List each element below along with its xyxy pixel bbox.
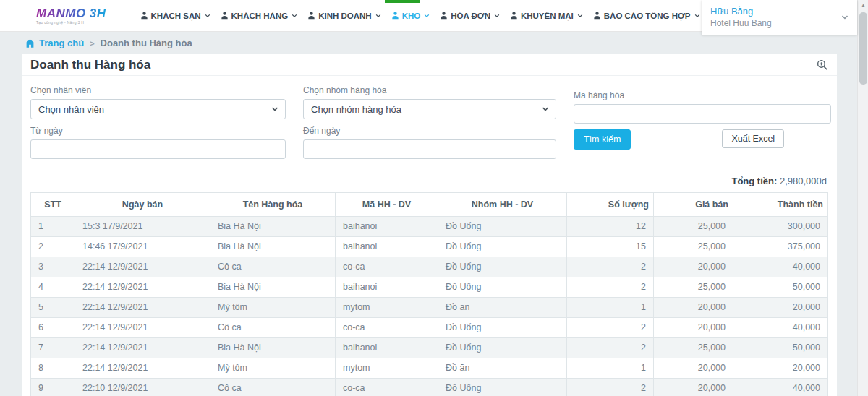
cell-thanh-tien: 20,000 (733, 298, 828, 318)
employee-select-label: Chọn nhân viên (30, 85, 286, 95)
chevron-down-icon (694, 13, 700, 19)
product-code-input[interactable] (574, 104, 831, 124)
cell-ngay-ban: 22:14 12/9/2021 (75, 298, 210, 318)
cell-so-luong: 1 (567, 298, 654, 318)
filter-form: Chọn nhân viên Chọn nhân viên Từ ngày Ch… (22, 76, 837, 166)
header-thanh-tien: Thành tiền (733, 193, 828, 217)
cell-nhom-hh-dv: Đồ Uống (438, 379, 567, 396)
cell-stt: 7 (31, 338, 75, 358)
cell-ma-hh-dv: co-ca (336, 257, 438, 277)
brand-logo[interactable]: MANMO 3H Tạo công nghệ - Nâng 3 H (36, 7, 106, 25)
cell-gia-ban: 20,000 (654, 379, 733, 396)
chevron-down-icon (577, 13, 583, 19)
cell-gia-ban: 20,000 (654, 257, 733, 277)
user-hotel-name: Hotel Huu Bang (710, 18, 841, 29)
table-row: 6 22:14 12/9/2021 Cô ca co-ca Đồ Uống 2 … (31, 318, 828, 338)
nav-item-kho[interactable]: KHO (386, 0, 435, 31)
scrollbar-thumb[interactable] (859, 12, 867, 85)
chevron-down-icon (542, 106, 549, 113)
nav-label: KHUYẾN MẠI (521, 12, 574, 20)
export-excel-button[interactable]: Xuất Excel (722, 129, 784, 148)
chevron-down-icon (424, 13, 430, 19)
header-stt: STT (31, 193, 75, 217)
header-ngay-ban: Ngày bán (75, 193, 210, 217)
cell-stt: 2 (31, 237, 75, 257)
table-row: 2 14:46 17/9/2021 Bia Hà Nội baihanoi Đồ… (31, 237, 828, 257)
employee-select[interactable]: Chọn nhân viên (30, 99, 286, 119)
nav-item-kinh-doanh[interactable]: KINH DOANH (302, 0, 386, 31)
cell-ma-hh-dv: co-ca (336, 379, 438, 396)
cell-nhom-hh-dv: Đồ Uống (438, 338, 567, 358)
product-code-label: Mã hàng hóa (574, 90, 831, 100)
page-title-bar: Doanh thu Hàng hóa (22, 54, 837, 76)
search-button[interactable]: Tìm kiếm (574, 129, 631, 150)
brand-name: MANMO 3H (36, 7, 106, 20)
cell-ma-hh-dv: mytom (336, 358, 438, 379)
nav-label: KHÁCH SẠN (151, 12, 201, 20)
table-row: 7 22:14 12/9/2021 Bia Hà Nội baihanoi Đồ… (31, 338, 828, 358)
table-row: 9 22:10 12/9/2021 Cô ca co-ca Đồ Uống 2 … (31, 379, 828, 396)
group-select-label: Chọn nhóm hàng hóa (303, 85, 556, 95)
cell-ma-hh-dv: baihanoi (336, 338, 438, 358)
header-so-luong: Số lượng (567, 193, 654, 217)
cell-stt: 1 (31, 217, 75, 237)
from-date-input[interactable] (30, 139, 286, 159)
cell-ten-hang-hoa: Cô ca (210, 379, 336, 396)
page-title: Doanh thu Hàng hóa (30, 58, 150, 72)
cell-thanh-tien: 300,000 (733, 217, 828, 237)
table-row: 1 15:3 17/9/2021 Bia Hà Nội baihanoi Đồ … (31, 217, 828, 237)
cell-gia-ban: 25,000 (654, 237, 733, 257)
vertical-scrollbar[interactable]: ▲ (857, 0, 868, 396)
header-nhom-hh-dv: Nhóm HH - DV (438, 193, 567, 217)
person-icon (221, 12, 229, 20)
cell-ngay-ban: 22:14 12/9/2021 (75, 318, 210, 338)
cell-stt: 9 (31, 379, 75, 396)
cell-ten-hang-hoa: Mỳ tôm (210, 358, 336, 379)
nav-item-khuyen-mai[interactable]: KHUYẾN MẠI (505, 0, 588, 31)
cell-so-luong: 12 (567, 217, 654, 237)
revenue-table: STT Ngày bán Tên Hàng hóa Mã HH - DV Nhó… (30, 192, 828, 396)
app-window: MANMO 3H Tạo công nghệ - Nâng 3 H KHÁCH … (0, 0, 868, 396)
cell-gia-ban: 25,000 (654, 217, 733, 237)
nav-item-hoa-don[interactable]: HÓA ĐƠN (435, 0, 505, 31)
cell-gia-ban: 20,000 (654, 358, 733, 379)
person-icon (140, 12, 148, 20)
person-icon (440, 12, 448, 20)
cell-thanh-tien: 40,000 (733, 379, 828, 396)
header-gia-ban: Giá bán (654, 193, 733, 217)
chevron-down-icon (841, 14, 848, 21)
nav-label: HÓA ĐƠN (451, 12, 490, 20)
total-summary: Tổng tiền: 2,980,000đ (22, 166, 837, 192)
cell-ngay-ban: 15:3 17/9/2021 (75, 217, 210, 237)
total-value: 2,980,000đ (780, 176, 827, 186)
cell-ten-hang-hoa: Bia Hà Nội (210, 277, 336, 298)
table-row: 3 22:14 12/9/2021 Cô ca co-ca Đồ Uống 2 … (31, 257, 828, 277)
cell-so-luong: 2 (567, 257, 654, 277)
cell-thanh-tien: 50,000 (733, 338, 828, 358)
scroll-up-arrow-icon[interactable]: ▲ (858, 2, 868, 9)
cell-ma-hh-dv: baihanoi (336, 277, 438, 298)
chevron-down-icon (271, 106, 278, 113)
home-icon (25, 39, 35, 48)
employee-select-value: Chọn nhân viên (38, 104, 104, 115)
cell-ngay-ban: 22:14 12/9/2021 (75, 358, 210, 379)
from-date-label: Từ ngày (30, 126, 286, 136)
nav-label: KHÁCH HÀNG (231, 12, 289, 20)
breadcrumb-separator: > (90, 39, 94, 48)
table-row: 5 22:14 12/9/2021 Mỳ tôm mytom Đồ ăn 1 2… (31, 298, 828, 318)
cell-ten-hang-hoa: Cô ca (210, 257, 336, 277)
to-date-input[interactable] (303, 139, 556, 159)
nav-label: KHO (402, 12, 421, 20)
cell-ten-hang-hoa: Bia Hà Nội (210, 237, 336, 257)
product-group-select[interactable]: Chọn nhóm hàng hóa (303, 99, 556, 119)
nav-item-bao-cao-tong-hop[interactable]: BÁO CÁO TỔNG HỢP (588, 0, 705, 31)
nav-item-khach-san[interactable]: KHÁCH SẠN (135, 0, 216, 31)
nav-item-khach-hang[interactable]: KHÁCH HÀNG (216, 0, 303, 31)
cell-thanh-tien: 375,000 (733, 237, 828, 257)
cell-ten-hang-hoa: Bia Hà Nội (210, 217, 336, 237)
user-menu[interactable]: Hữu Bằng Hotel Huu Bang (702, 0, 857, 35)
to-date-label: Đến ngày (303, 126, 556, 136)
breadcrumb-home-link[interactable]: Trang chủ (25, 38, 84, 48)
zoom-in-icon[interactable] (815, 58, 830, 72)
cell-stt: 6 (31, 318, 75, 338)
